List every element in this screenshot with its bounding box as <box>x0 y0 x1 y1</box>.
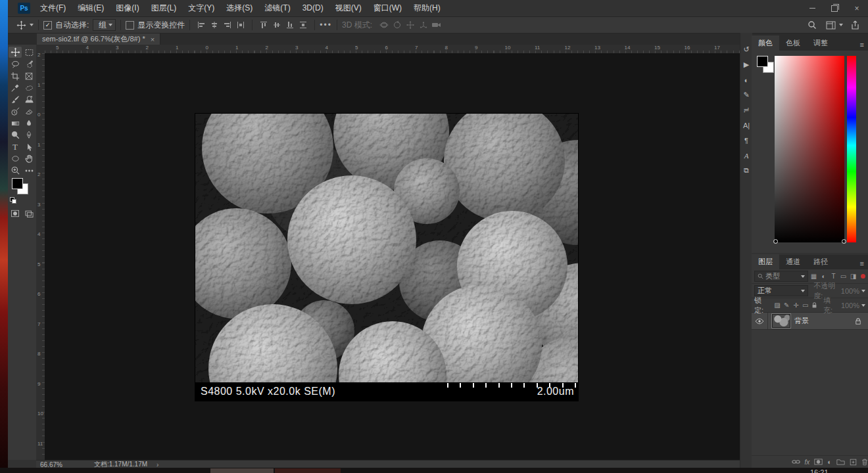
show-transform-checkbox[interactable] <box>126 21 134 30</box>
minimize-button[interactable] <box>801 0 823 16</box>
more-options-icon[interactable]: ••• <box>320 20 332 30</box>
sem-micrograph-image[interactable]: S4800 5.0kV x20.0k SE(M) 2.00um <box>195 114 578 401</box>
delete-layer-icon[interactable] <box>861 459 868 466</box>
hue-slider[interactable] <box>847 56 856 242</box>
tab-adjustments[interactable]: 调整 <box>807 35 834 51</box>
brush-settings-icon[interactable]: ✎ <box>740 87 752 102</box>
search-icon[interactable] <box>806 19 819 31</box>
zoom-tool[interactable] <box>9 165 22 176</box>
photoshop-logo-icon[interactable]: Ps <box>18 3 30 14</box>
auto-select-checkbox[interactable]: ✓ <box>43 21 52 30</box>
quick-mask-icon[interactable] <box>9 208 22 219</box>
new-layer-icon[interactable] <box>850 459 857 466</box>
rectangular-marquee-tool[interactable] <box>22 47 36 58</box>
lock-transparency-icon[interactable]: ▨ <box>773 302 782 309</box>
ellipse-shape-tool[interactable] <box>9 153 22 164</box>
clone-stamp-tool[interactable] <box>22 94 36 105</box>
libraries-icon[interactable]: ⧉ <box>740 163 752 178</box>
auto-select-dropdown[interactable]: 组 <box>93 19 116 31</box>
crop-tool[interactable] <box>9 70 22 81</box>
eraser-tool[interactable] <box>22 106 36 117</box>
quick-selection-tool[interactable] <box>22 58 36 70</box>
menu-item-7[interactable]: 3D(D) <box>297 0 329 16</box>
share-icon[interactable] <box>848 19 861 31</box>
layer-filter-type-dropdown[interactable]: 类型 <box>754 271 808 282</box>
hand-tool[interactable] <box>22 153 36 164</box>
menu-item-6[interactable]: 滤镜(T) <box>258 0 296 16</box>
paragraph-icon[interactable]: ¶ <box>740 133 752 148</box>
document-tab[interactable]: sem-sio2.tif @ 66.7%(灰色/8#) * × <box>37 34 160 45</box>
layer-visibility-toggle[interactable] <box>752 313 768 329</box>
align-left-icon[interactable] <box>195 19 208 31</box>
ruler-origin-corner[interactable] <box>36 45 45 54</box>
document-close-icon[interactable]: × <box>151 35 155 43</box>
menu-item-8[interactable]: 视图(V) <box>329 0 368 16</box>
menu-item-10[interactable]: 帮助(H) <box>408 0 446 16</box>
move-tool[interactable] <box>9 47 22 58</box>
healing-brush-tool[interactable] <box>22 82 36 93</box>
filter-shape-icon[interactable]: ▭ <box>838 273 848 280</box>
foreground-color-swatch[interactable] <box>12 178 23 189</box>
frame-tool[interactable] <box>22 70 36 81</box>
distribute-horizontal-icon[interactable] <box>234 19 247 31</box>
screen-mode-icon[interactable] <box>22 208 36 219</box>
panel-menu-icon[interactable]: ≡ <box>860 41 864 49</box>
lock-position-icon[interactable]: ✛ <box>791 302 800 309</box>
align-middle-vertical-icon[interactable] <box>270 19 283 31</box>
lock-pixels-icon[interactable]: ✎ <box>782 302 791 309</box>
foreground-color-swatch[interactable] <box>757 56 768 67</box>
layer-thumbnail[interactable] <box>772 314 790 328</box>
actions-icon[interactable]: ▶ <box>740 57 752 72</box>
brush-tool[interactable] <box>9 94 22 105</box>
restore-button[interactable] <box>823 0 846 16</box>
lock-artboard-icon[interactable]: ▭ <box>801 302 810 309</box>
dodge-tool[interactable] <box>9 129 22 141</box>
clone-source-icon[interactable]: ≓ <box>740 102 752 118</box>
fill-value[interactable]: 100% <box>841 302 859 309</box>
status-options-chevron-icon[interactable]: › <box>157 461 158 468</box>
history-brush-tool[interactable] <box>9 106 22 117</box>
saturation-brightness-field[interactable] <box>775 56 844 242</box>
canvas-area[interactable]: S4800 5.0kV x20.0k SE(M) 2.00um <box>45 53 740 460</box>
layer-name[interactable]: 背景 <box>794 316 809 326</box>
gradient-tool[interactable] <box>9 118 22 129</box>
glyphs-icon[interactable]: A <box>740 148 752 163</box>
tab-channels[interactable]: 通道 <box>779 254 807 269</box>
layer-effects-icon[interactable]: fx <box>805 459 810 466</box>
menu-item-3[interactable]: 图层(L) <box>145 0 183 16</box>
color-field-marker[interactable] <box>773 239 778 244</box>
blend-mode-dropdown[interactable]: 正常 <box>754 285 808 296</box>
panel-menu-icon[interactable]: ≡ <box>860 259 864 267</box>
layer-filter-toggle-icon[interactable] <box>861 274 865 279</box>
tab-color[interactable]: 颜色 <box>752 35 779 51</box>
filter-smart-object-icon[interactable]: ◨ <box>848 273 858 280</box>
history-icon[interactable]: ↺ <box>740 42 752 57</box>
zoom-level-field[interactable]: 66.67% <box>40 461 62 468</box>
menu-item-4[interactable]: 文字(Y) <box>182 0 220 16</box>
menu-item-2[interactable]: 图像(I) <box>110 0 145 16</box>
lock-all-icon[interactable] <box>810 302 819 309</box>
chevron-down-icon[interactable] <box>839 24 843 26</box>
menu-item-1[interactable]: 编辑(E) <box>72 0 110 16</box>
character-icon[interactable]: A| <box>740 118 752 133</box>
distribute-vertical-icon[interactable] <box>297 19 310 31</box>
tab-swatches[interactable]: 色板 <box>779 35 807 51</box>
align-top-icon[interactable] <box>257 19 270 31</box>
eyedropper-tool[interactable] <box>9 82 22 93</box>
filter-pixel-icon[interactable]: ▦ <box>809 273 819 280</box>
panel-color-swatches[interactable] <box>757 56 774 73</box>
tool-preset-caret-icon[interactable] <box>30 24 34 26</box>
opacity-value[interactable]: 100% <box>841 287 859 295</box>
pen-tool[interactable] <box>22 129 36 141</box>
taskbar-button[interactable] <box>210 468 274 473</box>
filter-adjustment-icon[interactable]: ◐ <box>819 273 829 280</box>
menu-item-5[interactable]: 选择(S) <box>220 0 258 16</box>
edit-toolbar-icon[interactable] <box>22 165 36 176</box>
tab-paths[interactable]: 路径 <box>807 254 834 269</box>
layer-group-icon[interactable] <box>836 459 845 465</box>
workspace-switcher-icon[interactable] <box>824 19 837 31</box>
vertical-ruler[interactable]: 2101234567891011 <box>36 53 45 460</box>
layer-mask-icon[interactable] <box>814 459 823 465</box>
horizontal-ruler[interactable]: 5432101234567891011121314151617 <box>45 45 740 54</box>
tab-layers[interactable]: 图层 <box>752 254 779 269</box>
